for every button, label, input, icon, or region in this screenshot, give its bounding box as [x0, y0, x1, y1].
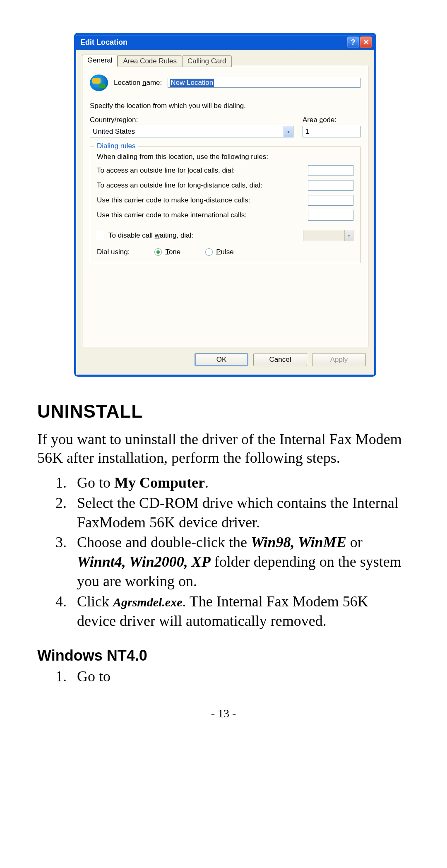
- country-value: United States: [93, 127, 284, 136]
- apply-label: Apply: [330, 356, 348, 364]
- list-item: Go to My Computer.: [70, 473, 410, 493]
- apply-button: Apply: [312, 353, 366, 366]
- rule-long-label: To access an outside line for long-dista…: [97, 181, 262, 190]
- list-item: Click Agrsmdel.exe. The Internal Fax Mod…: [70, 592, 410, 631]
- country-combo[interactable]: United States ▾: [90, 126, 293, 137]
- country-label: Country/region:: [90, 116, 293, 124]
- titlebar: Edit Location ? ✕: [76, 35, 374, 50]
- tab-general[interactable]: General: [82, 55, 118, 66]
- uninstall-paragraph: If you want to uninstall the driver of t…: [37, 430, 410, 467]
- windows-nt-heading: Windows NT4.0: [37, 647, 410, 664]
- tone-label: Tone: [165, 248, 180, 256]
- cancel-button[interactable]: Cancel: [253, 353, 307, 366]
- uninstall-heading: UNINSTALL: [37, 401, 410, 422]
- nt-steps: Go to: [37, 667, 410, 686]
- tab-calling-card[interactable]: Calling Card: [182, 55, 232, 67]
- list-item: Choose and double-click the Win98, WinME…: [70, 533, 410, 591]
- list-item: Select the CD-ROM drive which contains t…: [70, 493, 410, 532]
- close-icon: ✕: [363, 38, 369, 47]
- ok-button[interactable]: OK: [195, 353, 248, 366]
- call-waiting-combo: ▾: [303, 230, 353, 241]
- edit-location-dialog: Edit Location ? ✕ General Area Code Rule…: [74, 33, 376, 376]
- area-code-input[interactable]: 1: [303, 126, 360, 137]
- help-icon: ?: [351, 38, 356, 47]
- dialog-buttons: OK Cancel Apply: [82, 347, 368, 369]
- rules-intro: When dialing from this location, use the…: [97, 153, 353, 161]
- dial-using-label: Dial using:: [97, 248, 130, 256]
- area-code-label: Area code:: [303, 116, 360, 124]
- chevron-down-icon: ▾: [344, 230, 353, 241]
- tab-area-code-rules[interactable]: Area Code Rules: [118, 55, 182, 67]
- rule-local-input[interactable]: [308, 165, 353, 176]
- radio-tone[interactable]: [154, 248, 162, 256]
- radio-pulse[interactable]: [205, 248, 213, 256]
- dialing-rules-legend: Dialing rules: [94, 142, 138, 150]
- rule-local-label: To access an outside line for local call…: [97, 166, 235, 175]
- list-item: Go to: [70, 667, 410, 686]
- location-name-input[interactable]: New Location: [168, 78, 360, 88]
- window-title: Edit Location: [80, 38, 346, 47]
- chevron-down-icon: ▾: [284, 126, 293, 137]
- rule-carrier-long-label: Use this carrier code to make long-dista…: [97, 196, 250, 204]
- specify-text: Specify the location from which you will…: [90, 102, 360, 110]
- rule-carrier-long-input[interactable]: [308, 195, 353, 206]
- rule-carrier-intl-input[interactable]: [308, 210, 353, 221]
- call-waiting-label: To disable call waiting, dial:: [108, 231, 193, 240]
- area-code-value: 1: [305, 127, 309, 136]
- location-name-value: New Location: [170, 79, 214, 87]
- location-name-label: Location name:: [114, 79, 162, 87]
- tab-strip: General Area Code Rules Calling Card: [82, 55, 368, 66]
- rule-carrier-intl-label: Use this carrier code to make internatio…: [97, 211, 247, 219]
- uninstall-steps: Go to My Computer. Select the CD-ROM dri…: [37, 473, 410, 630]
- dialing-rules-group: Dialing rules When dialing from this loc…: [90, 147, 360, 263]
- page-number: - 13 -: [37, 707, 410, 720]
- help-button[interactable]: ?: [347, 36, 359, 48]
- rule-long-input[interactable]: [308, 180, 353, 191]
- call-waiting-checkbox[interactable]: [97, 232, 104, 239]
- tab-panel-general: Location name: New Location Specify the …: [82, 66, 368, 347]
- pulse-label: Pulse: [216, 248, 234, 256]
- globe-icon: [90, 75, 108, 91]
- close-button[interactable]: ✕: [360, 36, 372, 48]
